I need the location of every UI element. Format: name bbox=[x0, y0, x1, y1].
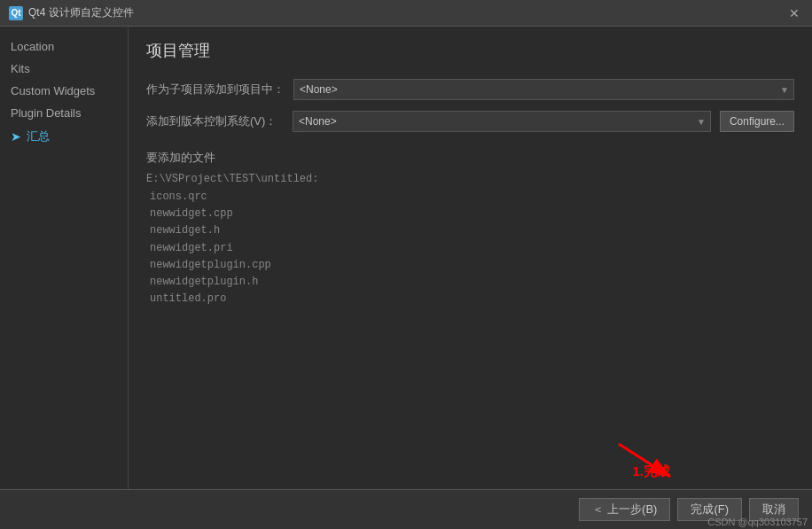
add-vcs-label: 添加到版本控制系统(V)： bbox=[146, 113, 284, 129]
sidebar-item-location[interactable]: Location bbox=[0, 35, 128, 58]
window-title: Qt4 设计师自定义控件 bbox=[28, 5, 785, 20]
page-title: 项目管理 bbox=[146, 40, 794, 61]
files-list: icons.qrc newwidget.cpp newwidget.h neww… bbox=[150, 189, 794, 307]
add-subproject-select[interactable]: <None> bbox=[293, 79, 794, 100]
add-subproject-row: 作为子项目添加到项目中： <None> ▼ bbox=[146, 79, 794, 100]
list-item: newwidgetplugin.cpp bbox=[150, 257, 794, 274]
sidebar-item-kits[interactable]: Kits bbox=[0, 58, 128, 80]
list-item: newwidget.cpp bbox=[150, 206, 794, 222]
add-subproject-select-wrapper: <None> ▼ bbox=[293, 79, 794, 100]
app-icon: Qt bbox=[9, 6, 23, 20]
configure-button[interactable]: Configure... bbox=[720, 111, 794, 132]
files-path: E:\VSProject\TEST\untitled: bbox=[146, 173, 794, 185]
list-item: newwidgetplugin.h bbox=[150, 274, 794, 291]
sidebar-item-label-location: Location bbox=[11, 40, 54, 53]
sidebar-item-custom-widgets[interactable]: Custom Widgets bbox=[0, 80, 128, 102]
list-item: newwidget.h bbox=[150, 222, 794, 239]
files-section-title: 要添加的文件 bbox=[146, 150, 794, 166]
sidebar-item-label-custom-widgets: Custom Widgets bbox=[11, 84, 95, 97]
files-section: 要添加的文件 E:\VSProject\TEST\untitled: icons… bbox=[146, 150, 794, 307]
main-layout: Location Kits Custom Widgets Plugin Deta… bbox=[0, 27, 812, 489]
bottom-bar: 1.完成 ＜ 上一步(B) 完成(F) 取消 CSDN @qq303103757 bbox=[0, 489, 812, 529]
add-subproject-label: 作为子项目添加到项目中： bbox=[146, 82, 285, 97]
sidebar-item-label-kits: Kits bbox=[11, 62, 30, 75]
titlebar: Qt Qt4 设计师自定义控件 ✕ bbox=[0, 0, 812, 27]
add-vcs-select[interactable]: <None> bbox=[293, 111, 711, 132]
sidebar-item-plugin-details[interactable]: Plugin Details bbox=[0, 102, 128, 124]
close-button[interactable]: ✕ bbox=[785, 4, 803, 22]
sidebar: Location Kits Custom Widgets Plugin Deta… bbox=[0, 27, 129, 489]
watermark: CSDN @qq303103757 bbox=[703, 515, 812, 529]
list-item: untitled.pro bbox=[150, 291, 794, 307]
prev-button[interactable]: ＜ 上一步(B) bbox=[579, 498, 670, 521]
sidebar-item-summary[interactable]: ➤ 汇总 bbox=[0, 124, 128, 149]
add-vcs-select-wrapper: <None> ▼ bbox=[293, 111, 711, 132]
sidebar-item-label-plugin-details: Plugin Details bbox=[11, 106, 82, 120]
list-item: newwidget.pri bbox=[150, 240, 794, 257]
sidebar-item-label-summary: 汇总 bbox=[27, 128, 50, 144]
active-arrow-icon: ➤ bbox=[11, 129, 21, 144]
content-area: 项目管理 作为子项目添加到项目中： <None> ▼ 添加到版本控制系统(V)：… bbox=[129, 27, 812, 489]
add-vcs-row: 添加到版本控制系统(V)： <None> ▼ Configure... bbox=[146, 111, 794, 132]
list-item: icons.qrc bbox=[150, 189, 794, 206]
